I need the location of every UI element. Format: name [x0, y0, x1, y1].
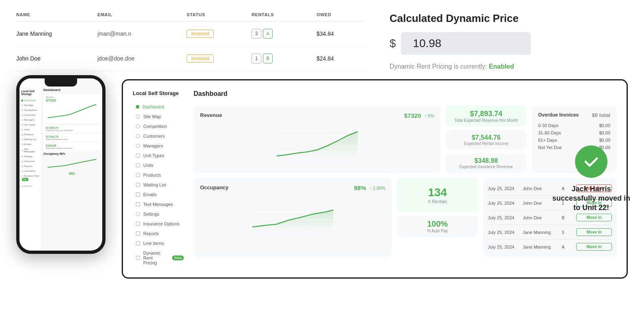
dashboard-layout: Local Self Storage Dashboard Site Map Co… [133, 90, 617, 268]
phone-occupancy-area: Occupancy 98% [43, 152, 101, 170]
sidebar-item-insurance[interactable]: Insurance Options [133, 219, 187, 229]
overdue-title: Overdue Invoices [538, 112, 579, 118]
move-date-4: July 25, 2024 [488, 245, 520, 249]
dynamic-enabled: Enabled [489, 63, 514, 70]
textmessages-icon [136, 202, 140, 206]
overdue-row-31-60: 31-60 Days $0.00 [538, 130, 610, 135]
units-icon [136, 163, 140, 167]
rentals-autopay-card: 134 # Rentals 100% % Auto Pay [397, 178, 478, 257]
phone-dashboard-label: Dashboard [43, 88, 101, 92]
phone-nav-reports: Reports [19, 164, 41, 169]
move-in-button-3[interactable]: Move In [576, 228, 612, 236]
insurance-revenue-value: $348.98 [451, 157, 521, 164]
phone-nav-dashboard: Dashboard [19, 98, 41, 103]
sidebar-item-reports[interactable]: Reports [133, 229, 187, 238]
customers-icon [136, 134, 140, 138]
sidebar-item-settings[interactable]: Settings [133, 209, 187, 219]
sidebar-item-managers[interactable]: Managers [133, 141, 187, 151]
move-row-3: July 25, 2024 Jane Manning 3 Move In [488, 225, 612, 240]
phone-stat-rental-income: $7,544.76 Expected Rental Income [43, 134, 101, 142]
overdue-value-31-60: $0.00 [599, 130, 610, 135]
rental-num: 1 [252, 54, 261, 63]
sidebar-item-sitemap[interactable]: Site Map [133, 112, 187, 121]
occupancy-chart [200, 198, 386, 234]
location-icon [136, 115, 140, 119]
price-display: $ 10.98 [390, 32, 628, 55]
phone-chart-svg [46, 102, 98, 119]
sidebar-item-unittypes[interactable]: Unit Types [133, 151, 187, 160]
managers-icon [136, 144, 140, 148]
sidebar-item-dynamicrent[interactable]: Dynamic Rent Pricing Beta [133, 248, 187, 268]
move-unit-4: A [562, 245, 574, 249]
sidebar-item-lineitems[interactable]: Line Items [133, 238, 187, 248]
overdue-label-61plus: 61+ Days [538, 138, 557, 143]
dashboard-title: Dashboard [194, 90, 617, 97]
sidebar-item-waitinglist[interactable]: Waiting List [133, 180, 187, 190]
products-icon [136, 173, 140, 177]
main-area: Local Self Storage Dashboard Site Map Co… [0, 79, 644, 279]
move-in-button-2[interactable]: Move In [576, 214, 612, 221]
rental-income-value: $7,544.76 [451, 134, 521, 141]
phone-nav-products: Products [19, 132, 41, 137]
reports-icon [136, 232, 140, 236]
phone-nav-competition: Competition [19, 108, 41, 113]
move-unit-2: B [562, 215, 574, 220]
revenue-chart [200, 126, 434, 162]
col-status: STATUS [187, 12, 252, 17]
dynamicrent-icon [136, 256, 140, 260]
sidebar-item-units[interactable]: Units [133, 160, 187, 170]
sidebar-item-emails[interactable]: Emails [133, 190, 187, 199]
table-row: John Doe jdoe@doe.doe Invoiced 1 B $24.8… [16, 46, 365, 71]
customer-email: jdoe@doe.doe [97, 55, 187, 62]
success-section: Jack Harris successfully moved in to Uni… [551, 145, 632, 212]
top-section: NAME EMAIL STATUS RENTALS OWED Jane Mann… [0, 0, 644, 79]
dynamic-rent-status: Dynamic Rent Pricing is currently: Enabl… [390, 63, 628, 70]
move-in-button-4[interactable]: Move In [576, 243, 612, 251]
phone-notch [45, 78, 77, 87]
price-title: Calculated Dynamic Price [390, 12, 628, 25]
move-name-3: Jane Manning [523, 230, 559, 235]
col-name: NAME [16, 12, 97, 17]
sidebar-item-competition[interactable]: Competition [133, 121, 187, 131]
overdue-header: Overdue Invoices $0 total [538, 112, 610, 118]
sidebar-label-lineitems: Line Items [143, 241, 164, 246]
phone-content: Dashboard Revenue $7320 $7,803.74 Expect… [42, 78, 102, 251]
sidebar-item-products[interactable]: Products [133, 170, 187, 180]
success-checkmark [575, 145, 607, 177]
col-owed: OWED [317, 12, 373, 17]
phone-stat-expected-revenue: $7,803.74 Expected Revenue this Month [43, 125, 101, 133]
customer-rentals: 1 B [252, 54, 317, 63]
status-badge: Invoiced [187, 54, 214, 63]
insurance-icon [136, 222, 140, 226]
sidebar-label-units: Units [143, 163, 153, 168]
sidebar-label-emails: Emails [143, 192, 157, 197]
emails-icon [136, 193, 140, 197]
sidebar-label-dynamicrent: Dynamic Rent Pricing [143, 251, 167, 265]
sidebar-item-dashboard[interactable]: Dashboard [133, 102, 187, 112]
sidebar-label-sitemap: Site Map [143, 114, 161, 119]
rental-badges: 3 A [252, 29, 317, 39]
col-rentals: RENTALS [252, 12, 317, 17]
table-row: Jane Manning jman@man.n Invoiced 3 A $34… [16, 22, 365, 46]
overdue-value-61plus: $0.00 [599, 138, 610, 143]
phone-nav-lineitems: Line Items [19, 169, 41, 173]
phone-nav-unittypes: Unit Types [19, 122, 41, 127]
phone-stat-insurance: $348.98 Expected Insurance Revenue [43, 143, 101, 151]
phone-nav-reports2: Reports [19, 182, 41, 188]
beta-label: Beta [22, 178, 28, 181]
rentals-count: 134 [403, 186, 472, 199]
autopay-card: 100% % Auto Pay [397, 215, 478, 237]
total-expected-value: $7,893.74 [451, 110, 521, 118]
phone-mockup-container: Local Self Storage Dashboard Site Map Co… [8, 75, 114, 279]
phone-nav-waitinglist: Waiting List [19, 137, 41, 142]
dynamic-label: Dynamic Rent Pricing is currently: [390, 63, 487, 70]
autopay-value: 100% [403, 219, 472, 229]
phone-mockup: Local Self Storage Dashboard Site Map Co… [16, 75, 106, 254]
sidebar-label-waitinglist: Waiting List [143, 182, 166, 187]
col-email: EMAIL [97, 12, 187, 17]
sidebar-item-customers[interactable]: Customers [133, 131, 187, 141]
sidebar-item-textmessages[interactable]: Text Messages [133, 199, 187, 209]
customer-email: jman@man.n [97, 30, 187, 37]
rental-letter: A [263, 29, 273, 39]
revenue-card-header: Revenue $7320 ↑ 5% [200, 112, 434, 119]
